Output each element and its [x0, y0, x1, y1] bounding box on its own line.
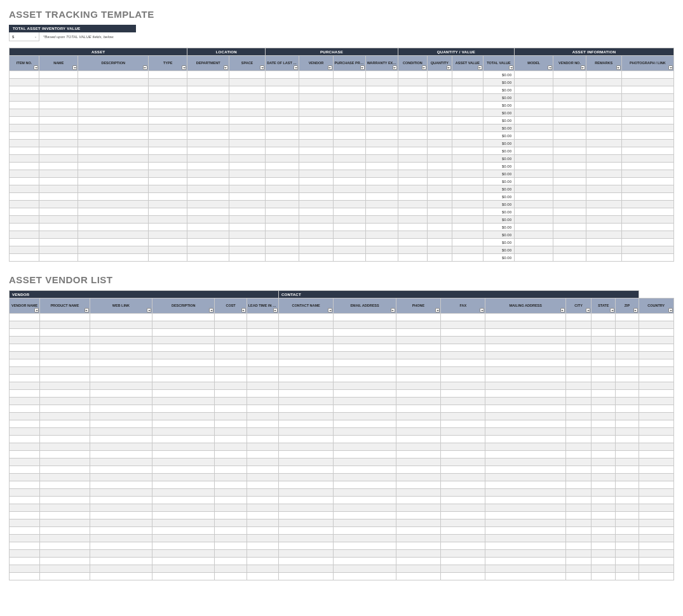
cell[interactable]	[152, 558, 215, 565]
filter-dropdown-icon[interactable]	[143, 65, 147, 70]
cell[interactable]	[266, 239, 299, 246]
cell[interactable]	[515, 193, 553, 201]
cell[interactable]	[485, 398, 566, 405]
cell[interactable]	[553, 163, 586, 170]
cell[interactable]	[565, 359, 591, 367]
cell[interactable]	[266, 147, 299, 155]
cell[interactable]	[565, 550, 591, 558]
cell[interactable]	[586, 71, 621, 79]
cell[interactable]	[278, 542, 333, 550]
cell[interactable]	[10, 102, 39, 109]
cell[interactable]	[10, 178, 39, 185]
cell[interactable]	[334, 390, 396, 398]
cell[interactable]: $0.00	[483, 224, 514, 231]
cell[interactable]	[215, 481, 247, 489]
cell[interactable]	[40, 344, 90, 352]
cell[interactable]	[247, 504, 278, 512]
cell[interactable]	[565, 428, 591, 436]
cell[interactable]	[553, 201, 586, 208]
cell[interactable]	[152, 420, 215, 428]
cell[interactable]	[365, 246, 398, 254]
cell[interactable]	[553, 216, 586, 224]
cell[interactable]	[396, 542, 440, 550]
filter-dropdown-icon[interactable]	[393, 65, 397, 70]
cell[interactable]	[266, 102, 299, 109]
cell[interactable]	[586, 193, 621, 201]
cell[interactable]	[621, 117, 673, 124]
cell[interactable]	[215, 428, 247, 436]
cell[interactable]	[78, 140, 149, 147]
cell[interactable]	[396, 512, 440, 519]
cell[interactable]	[365, 231, 398, 239]
cell[interactable]	[78, 94, 149, 102]
cell[interactable]	[78, 193, 149, 201]
cell[interactable]	[10, 254, 39, 262]
cell[interactable]	[639, 474, 673, 481]
cell[interactable]	[365, 216, 398, 224]
cell[interactable]	[639, 550, 673, 558]
cell[interactable]	[586, 140, 621, 147]
cell[interactable]	[278, 382, 333, 390]
cell[interactable]	[639, 375, 673, 382]
cell[interactable]	[266, 163, 299, 170]
cell[interactable]	[334, 558, 396, 565]
cell[interactable]	[485, 489, 566, 497]
cell[interactable]	[78, 109, 149, 117]
cell[interactable]	[266, 201, 299, 208]
cell[interactable]	[427, 178, 452, 185]
cell[interactable]	[586, 178, 621, 185]
cell[interactable]	[441, 519, 485, 527]
cell[interactable]	[586, 117, 621, 124]
cell[interactable]	[639, 390, 673, 398]
cell[interactable]	[78, 208, 149, 216]
cell[interactable]	[398, 147, 427, 155]
cell[interactable]	[592, 344, 616, 352]
cell[interactable]	[266, 246, 299, 254]
cell[interactable]	[229, 94, 265, 102]
filter-dropdown-icon[interactable]	[209, 308, 213, 312]
cell[interactable]	[10, 558, 40, 565]
cell[interactable]	[396, 413, 440, 420]
cell[interactable]	[299, 71, 333, 79]
cell[interactable]	[427, 147, 452, 155]
cell[interactable]	[398, 132, 427, 140]
cell[interactable]	[592, 558, 616, 565]
cell[interactable]: $0.00	[483, 239, 514, 246]
cell[interactable]	[592, 474, 616, 481]
cell[interactable]	[565, 436, 591, 443]
cell[interactable]	[10, 573, 40, 580]
cell[interactable]	[592, 390, 616, 398]
cell[interactable]	[229, 170, 265, 178]
cell[interactable]	[187, 224, 229, 231]
cell[interactable]	[427, 231, 452, 239]
cell[interactable]	[592, 512, 616, 519]
cell[interactable]	[515, 224, 553, 231]
cell[interactable]	[565, 321, 591, 329]
cell[interactable]	[10, 436, 40, 443]
cell[interactable]	[553, 117, 586, 124]
cell[interactable]	[333, 224, 365, 231]
cell[interactable]	[565, 420, 591, 428]
cell[interactable]	[299, 231, 333, 239]
cell[interactable]: $0.00	[483, 102, 514, 109]
cell[interactable]	[396, 565, 440, 573]
cell[interactable]	[247, 329, 278, 337]
cell[interactable]	[152, 337, 215, 344]
cell[interactable]	[365, 132, 398, 140]
cell[interactable]	[565, 398, 591, 405]
cell[interactable]	[299, 117, 333, 124]
cell[interactable]	[616, 321, 639, 329]
cell[interactable]	[187, 117, 229, 124]
cell[interactable]	[485, 459, 566, 466]
cell[interactable]	[485, 337, 566, 344]
cell[interactable]	[334, 367, 396, 375]
cell[interactable]	[365, 254, 398, 262]
cell[interactable]	[592, 329, 616, 337]
cell[interactable]	[40, 512, 90, 519]
cell[interactable]	[278, 428, 333, 436]
cell[interactable]	[592, 542, 616, 550]
cell[interactable]	[247, 474, 278, 481]
cell[interactable]	[278, 375, 333, 382]
cell[interactable]	[152, 428, 215, 436]
cell[interactable]	[592, 337, 616, 344]
